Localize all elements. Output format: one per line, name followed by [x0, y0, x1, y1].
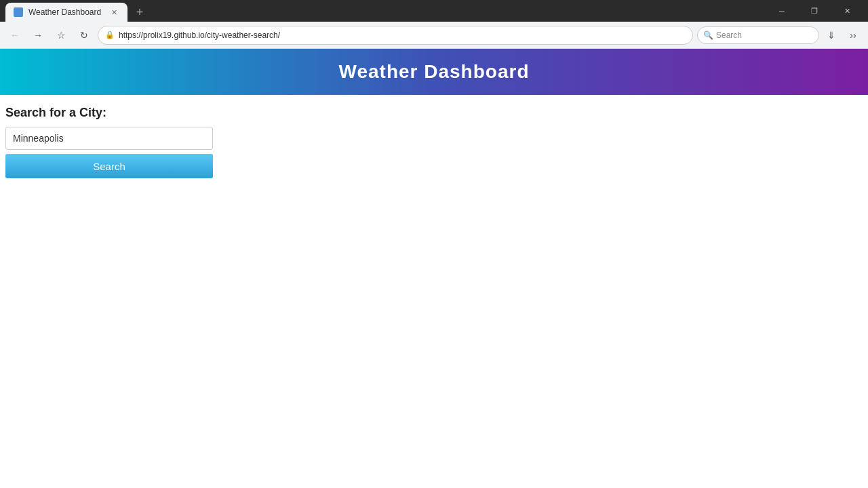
- search-button[interactable]: Search: [5, 154, 213, 178]
- download-button[interactable]: ⇓: [822, 26, 841, 45]
- more-icon: ››: [850, 30, 856, 41]
- app-title: Weather Dashboard: [12, 61, 856, 83]
- reload-button[interactable]: ↻: [75, 26, 94, 45]
- tab-title: Weather Dashboard: [28, 7, 103, 17]
- address-bar[interactable]: 🔒 https://prolix19.github.io/city-weathe…: [98, 26, 693, 45]
- browser-window: Weather Dashboard ✕ + ─ ❐ ✕ ← → ☆ ↻ 🔒 ht…: [0, 0, 868, 488]
- close-button[interactable]: ✕: [831, 0, 863, 22]
- tab-close-button[interactable]: ✕: [108, 7, 119, 18]
- browser-search-bar[interactable]: 🔍 Search: [697, 26, 819, 44]
- minimize-button[interactable]: ─: [766, 0, 797, 22]
- back-icon: ←: [10, 30, 20, 41]
- browser-search-text: Search: [716, 30, 742, 40]
- title-bar: Weather Dashboard ✕ + ─ ❐ ✕: [0, 0, 868, 22]
- page-content: Weather Dashboard Search for a City: Sea…: [0, 49, 868, 488]
- forward-button[interactable]: →: [28, 26, 47, 45]
- address-text: https://prolix19.github.io/city-weather-…: [119, 30, 686, 40]
- window-controls: ─ ❐ ✕: [766, 0, 863, 22]
- app-header: Weather Dashboard: [0, 49, 868, 95]
- restore-button[interactable]: ❐: [799, 0, 830, 22]
- forward-icon: →: [33, 30, 43, 41]
- back-button[interactable]: ←: [5, 26, 24, 45]
- nav-bar: ← → ☆ ↻ 🔒 https://prolix19.github.io/cit…: [0, 22, 868, 49]
- lock-icon: 🔒: [105, 30, 115, 39]
- bookmark-button[interactable]: ☆: [52, 26, 71, 45]
- city-search-input[interactable]: [5, 127, 213, 150]
- active-tab[interactable]: Weather Dashboard ✕: [5, 3, 127, 22]
- download-icon: ⇓: [827, 30, 835, 41]
- search-label: Search for a City:: [5, 106, 863, 120]
- tab-favicon: [14, 7, 23, 17]
- more-button[interactable]: ››: [844, 26, 863, 45]
- new-tab-button[interactable]: +: [130, 3, 149, 22]
- search-icon: 🔍: [703, 30, 713, 40]
- nav-right: 🔍 Search ⇓ ››: [697, 26, 863, 45]
- app-body: Search for a City: Search: [0, 95, 868, 189]
- reload-icon: ↻: [80, 30, 88, 41]
- tab-bar: Weather Dashboard ✕ +: [5, 0, 764, 22]
- bookmark-icon: ☆: [57, 30, 66, 41]
